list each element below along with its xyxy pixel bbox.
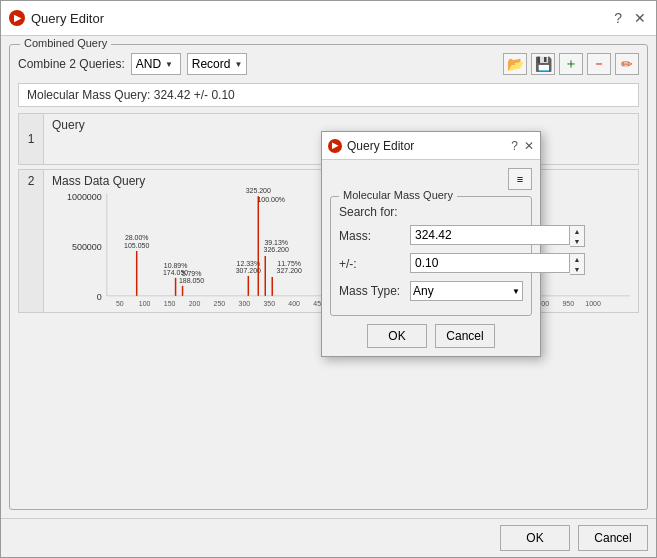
mass-input-wrap: ▲ ▼ <box>410 225 585 247</box>
mass-input[interactable] <box>410 225 570 245</box>
combined-query-legend: Combined Query <box>20 37 111 49</box>
svg-text:188.050: 188.050 <box>179 277 204 284</box>
mass-up-button[interactable]: ▲ <box>570 226 584 236</box>
plus-minus-row: +/-: ▲ ▼ <box>339 253 523 275</box>
modal-close-button[interactable]: ✕ <box>524 139 534 153</box>
modal-title-bar: ▶ Query Editor ? ✕ <box>322 132 540 160</box>
modal-app-icon: ▶ <box>328 139 342 153</box>
ok-button[interactable]: OK <box>500 525 570 551</box>
close-button[interactable]: ✕ <box>632 10 648 26</box>
chevron-down-icon: ▼ <box>512 287 520 296</box>
svg-text:100.00%: 100.00% <box>257 196 285 203</box>
modal-group-legend: Molecular Mass Query <box>339 189 457 201</box>
query-title: Query <box>52 118 85 132</box>
svg-text:200: 200 <box>189 300 201 307</box>
and-dropdown[interactable]: AND ▼ <box>131 53 181 75</box>
svg-text:11.75%: 11.75% <box>277 260 301 267</box>
plus-minus-down-button[interactable]: ▼ <box>570 264 584 274</box>
plus-minus-input-wrap: ▲ ▼ <box>410 253 585 275</box>
bottom-bar: OK Cancel <box>1 518 656 557</box>
svg-text:39.13%: 39.13% <box>264 239 288 246</box>
modal-group: Molecular Mass Query Search for: Mass: ▲… <box>330 196 532 316</box>
modal-cancel-button[interactable]: Cancel <box>435 324 495 348</box>
svg-text:307.200: 307.200 <box>236 267 261 274</box>
query-info-text: Molecular Mass Query: 324.42 +/- 0.10 <box>27 88 235 102</box>
mass-row: Mass: ▲ ▼ <box>339 225 523 247</box>
svg-text:250: 250 <box>214 300 226 307</box>
record-dropdown[interactable]: Record ▼ <box>187 53 248 75</box>
svg-text:10.89%: 10.89% <box>164 262 188 269</box>
svg-text:326.200: 326.200 <box>264 246 289 253</box>
svg-text:50: 50 <box>116 300 124 307</box>
modal-ok-button[interactable]: OK <box>367 324 427 348</box>
modal-title-actions: ? ✕ <box>511 139 534 153</box>
mass-type-label: Mass Type: <box>339 284 404 298</box>
search-for-row: Search for: <box>339 205 523 219</box>
modal-footer: OK Cancel <box>330 324 532 348</box>
svg-text:400: 400 <box>288 300 300 307</box>
svg-text:12.33%: 12.33% <box>237 260 261 267</box>
svg-text:150: 150 <box>164 300 176 307</box>
save-button[interactable]: 💾 <box>531 53 555 75</box>
modal-help-button[interactable]: ? <box>511 139 518 153</box>
title-actions: ? ✕ <box>612 10 648 26</box>
modal-body: ≡ Molecular Mass Query Search for: Mass: <box>322 160 540 356</box>
svg-text:1000: 1000 <box>585 300 601 307</box>
svg-text:500000: 500000 <box>72 242 102 252</box>
svg-text:327.200: 327.200 <box>277 267 302 274</box>
cancel-button[interactable]: Cancel <box>578 525 648 551</box>
remove-button[interactable]: － <box>587 53 611 75</box>
main-window: ▶ Query Editor ? ✕ Combined Query Combin… <box>0 0 657 558</box>
window-title: Query Editor <box>31 11 606 26</box>
modal-table-button[interactable]: ≡ <box>508 168 532 190</box>
toolbar-icons: 📂 💾 ＋ － ✏ <box>503 53 639 75</box>
svg-text:100: 100 <box>139 300 151 307</box>
row-number: 1 <box>19 114 44 164</box>
svg-text:28.00%: 28.00% <box>125 234 149 241</box>
plus-minus-up-button[interactable]: ▲ <box>570 254 584 264</box>
search-for-label: Search for: <box>339 205 404 219</box>
toolbar-row: Combine 2 Queries: AND ▼ Record ▼ 📂 💾 ＋ … <box>18 53 639 75</box>
combine-label: Combine 2 Queries: <box>18 57 125 71</box>
svg-text:0: 0 <box>97 292 102 302</box>
row-number: 2 <box>19 170 44 312</box>
svg-text:325.200: 325.200 <box>246 188 271 194</box>
mass-spinners: ▲ ▼ <box>570 225 585 247</box>
chevron-down-icon: ▼ <box>165 60 173 69</box>
mass-down-button[interactable]: ▼ <box>570 236 584 246</box>
mass-type-dropdown[interactable]: Any ▼ <box>410 281 523 301</box>
chevron-down-icon: ▼ <box>234 60 242 69</box>
mass-type-row: Mass Type: Any ▼ <box>339 281 523 301</box>
query-info-bar: Molecular Mass Query: 324.42 +/- 0.10 <box>18 83 639 107</box>
modal-title: Query Editor <box>347 139 506 153</box>
mass-type-value: Any <box>413 284 434 298</box>
title-bar: ▶ Query Editor ? ✕ <box>1 1 656 36</box>
svg-text:300: 300 <box>239 300 251 307</box>
modal-dialog: ▶ Query Editor ? ✕ ≡ Molecular Ma <box>321 131 541 357</box>
table-icon: ≡ <box>517 173 523 185</box>
help-button[interactable]: ? <box>612 10 624 26</box>
plus-minus-spinners: ▲ ▼ <box>570 253 585 275</box>
edit-button[interactable]: ✏ <box>615 53 639 75</box>
app-icon: ▶ <box>9 10 25 26</box>
svg-text:105.050: 105.050 <box>124 242 149 249</box>
add-button[interactable]: ＋ <box>559 53 583 75</box>
open-button[interactable]: 📂 <box>503 53 527 75</box>
svg-text:350: 350 <box>263 300 275 307</box>
svg-text:5.79%: 5.79% <box>182 270 202 277</box>
plus-minus-label: +/-: <box>339 257 404 271</box>
svg-text:1000000: 1000000 <box>67 192 102 202</box>
svg-text:950: 950 <box>562 300 574 307</box>
plus-minus-input[interactable] <box>410 253 570 273</box>
mass-label: Mass: <box>339 229 404 243</box>
